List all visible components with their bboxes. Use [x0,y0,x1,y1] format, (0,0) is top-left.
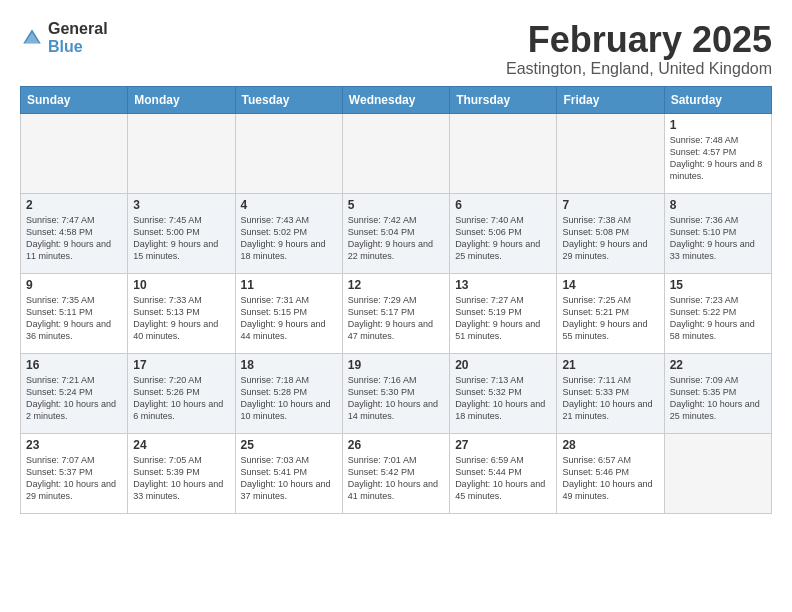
day-info: Sunrise: 7:20 AM Sunset: 5:26 PM Dayligh… [133,374,229,423]
calendar-cell: 5Sunrise: 7:42 AM Sunset: 5:04 PM Daylig… [342,193,449,273]
day-info: Sunrise: 7:18 AM Sunset: 5:28 PM Dayligh… [241,374,337,423]
day-info: Sunrise: 7:48 AM Sunset: 4:57 PM Dayligh… [670,134,766,183]
day-number: 16 [26,358,122,372]
calendar-cell: 1Sunrise: 7:48 AM Sunset: 4:57 PM Daylig… [664,113,771,193]
calendar-cell: 2Sunrise: 7:47 AM Sunset: 4:58 PM Daylig… [21,193,128,273]
day-info: Sunrise: 7:38 AM Sunset: 5:08 PM Dayligh… [562,214,658,263]
calendar-cell: 14Sunrise: 7:25 AM Sunset: 5:21 PM Dayli… [557,273,664,353]
day-info: Sunrise: 7:35 AM Sunset: 5:11 PM Dayligh… [26,294,122,343]
day-number: 7 [562,198,658,212]
calendar-week-2: 2Sunrise: 7:47 AM Sunset: 4:58 PM Daylig… [21,193,772,273]
day-info: Sunrise: 7:40 AM Sunset: 5:06 PM Dayligh… [455,214,551,263]
day-number: 20 [455,358,551,372]
calendar-cell: 26Sunrise: 7:01 AM Sunset: 5:42 PM Dayli… [342,433,449,513]
day-info: Sunrise: 7:07 AM Sunset: 5:37 PM Dayligh… [26,454,122,503]
calendar-cell: 20Sunrise: 7:13 AM Sunset: 5:32 PM Dayli… [450,353,557,433]
day-number: 5 [348,198,444,212]
calendar-cell: 21Sunrise: 7:11 AM Sunset: 5:33 PM Dayli… [557,353,664,433]
day-info: Sunrise: 6:59 AM Sunset: 5:44 PM Dayligh… [455,454,551,503]
calendar-cell [664,433,771,513]
weekday-header-wednesday: Wednesday [342,86,449,113]
calendar-cell [235,113,342,193]
day-info: Sunrise: 7:13 AM Sunset: 5:32 PM Dayligh… [455,374,551,423]
day-number: 2 [26,198,122,212]
day-number: 17 [133,358,229,372]
day-number: 11 [241,278,337,292]
day-number: 22 [670,358,766,372]
weekday-header-tuesday: Tuesday [235,86,342,113]
weekday-header-saturday: Saturday [664,86,771,113]
day-number: 8 [670,198,766,212]
day-number: 9 [26,278,122,292]
day-info: Sunrise: 7:36 AM Sunset: 5:10 PM Dayligh… [670,214,766,263]
calendar-week-5: 23Sunrise: 7:07 AM Sunset: 5:37 PM Dayli… [21,433,772,513]
day-number: 15 [670,278,766,292]
calendar-cell [128,113,235,193]
calendar-cell: 13Sunrise: 7:27 AM Sunset: 5:19 PM Dayli… [450,273,557,353]
calendar-cell: 28Sunrise: 6:57 AM Sunset: 5:46 PM Dayli… [557,433,664,513]
calendar-cell: 3Sunrise: 7:45 AM Sunset: 5:00 PM Daylig… [128,193,235,273]
day-info: Sunrise: 7:47 AM Sunset: 4:58 PM Dayligh… [26,214,122,263]
calendar-week-1: 1Sunrise: 7:48 AM Sunset: 4:57 PM Daylig… [21,113,772,193]
calendar-cell: 23Sunrise: 7:07 AM Sunset: 5:37 PM Dayli… [21,433,128,513]
day-info: Sunrise: 7:33 AM Sunset: 5:13 PM Dayligh… [133,294,229,343]
calendar-title: February 2025 [506,20,772,60]
calendar-cell: 22Sunrise: 7:09 AM Sunset: 5:35 PM Dayli… [664,353,771,433]
day-number: 3 [133,198,229,212]
day-number: 24 [133,438,229,452]
day-number: 19 [348,358,444,372]
day-info: Sunrise: 7:09 AM Sunset: 5:35 PM Dayligh… [670,374,766,423]
calendar-cell: 25Sunrise: 7:03 AM Sunset: 5:41 PM Dayli… [235,433,342,513]
calendar-cell: 27Sunrise: 6:59 AM Sunset: 5:44 PM Dayli… [450,433,557,513]
day-info: Sunrise: 6:57 AM Sunset: 5:46 PM Dayligh… [562,454,658,503]
day-info: Sunrise: 7:25 AM Sunset: 5:21 PM Dayligh… [562,294,658,343]
day-info: Sunrise: 7:29 AM Sunset: 5:17 PM Dayligh… [348,294,444,343]
day-number: 18 [241,358,337,372]
logo-blue: Blue [48,38,108,56]
day-number: 4 [241,198,337,212]
calendar-table: SundayMondayTuesdayWednesdayThursdayFrid… [20,86,772,514]
logo-icon [20,26,44,50]
day-number: 23 [26,438,122,452]
calendar-cell: 10Sunrise: 7:33 AM Sunset: 5:13 PM Dayli… [128,273,235,353]
weekday-header-thursday: Thursday [450,86,557,113]
page-header: General Blue February 2025 Eastington, E… [20,20,772,78]
day-info: Sunrise: 7:23 AM Sunset: 5:22 PM Dayligh… [670,294,766,343]
calendar-cell: 12Sunrise: 7:29 AM Sunset: 5:17 PM Dayli… [342,273,449,353]
day-number: 6 [455,198,551,212]
calendar-week-3: 9Sunrise: 7:35 AM Sunset: 5:11 PM Daylig… [21,273,772,353]
calendar-cell [557,113,664,193]
title-block: February 2025 Eastington, England, Unite… [506,20,772,78]
calendar-cell: 4Sunrise: 7:43 AM Sunset: 5:02 PM Daylig… [235,193,342,273]
calendar-cell: 19Sunrise: 7:16 AM Sunset: 5:30 PM Dayli… [342,353,449,433]
day-info: Sunrise: 7:31 AM Sunset: 5:15 PM Dayligh… [241,294,337,343]
weekday-header-monday: Monday [128,86,235,113]
calendar-subtitle: Eastington, England, United Kingdom [506,60,772,78]
calendar-week-4: 16Sunrise: 7:21 AM Sunset: 5:24 PM Dayli… [21,353,772,433]
day-info: Sunrise: 7:11 AM Sunset: 5:33 PM Dayligh… [562,374,658,423]
weekday-header-sunday: Sunday [21,86,128,113]
logo: General Blue [20,20,108,55]
day-number: 12 [348,278,444,292]
day-number: 26 [348,438,444,452]
day-info: Sunrise: 7:43 AM Sunset: 5:02 PM Dayligh… [241,214,337,263]
day-info: Sunrise: 7:42 AM Sunset: 5:04 PM Dayligh… [348,214,444,263]
day-number: 13 [455,278,551,292]
calendar-header: SundayMondayTuesdayWednesdayThursdayFrid… [21,86,772,113]
day-info: Sunrise: 7:45 AM Sunset: 5:00 PM Dayligh… [133,214,229,263]
calendar-cell: 16Sunrise: 7:21 AM Sunset: 5:24 PM Dayli… [21,353,128,433]
calendar-cell: 15Sunrise: 7:23 AM Sunset: 5:22 PM Dayli… [664,273,771,353]
day-number: 10 [133,278,229,292]
weekday-header-friday: Friday [557,86,664,113]
calendar-cell: 18Sunrise: 7:18 AM Sunset: 5:28 PM Dayli… [235,353,342,433]
day-number: 21 [562,358,658,372]
calendar-cell [21,113,128,193]
logo-general: General [48,20,108,38]
day-info: Sunrise: 7:01 AM Sunset: 5:42 PM Dayligh… [348,454,444,503]
day-info: Sunrise: 7:03 AM Sunset: 5:41 PM Dayligh… [241,454,337,503]
day-number: 1 [670,118,766,132]
day-info: Sunrise: 7:27 AM Sunset: 5:19 PM Dayligh… [455,294,551,343]
calendar-cell: 11Sunrise: 7:31 AM Sunset: 5:15 PM Dayli… [235,273,342,353]
calendar-cell: 17Sunrise: 7:20 AM Sunset: 5:26 PM Dayli… [128,353,235,433]
calendar-cell: 24Sunrise: 7:05 AM Sunset: 5:39 PM Dayli… [128,433,235,513]
